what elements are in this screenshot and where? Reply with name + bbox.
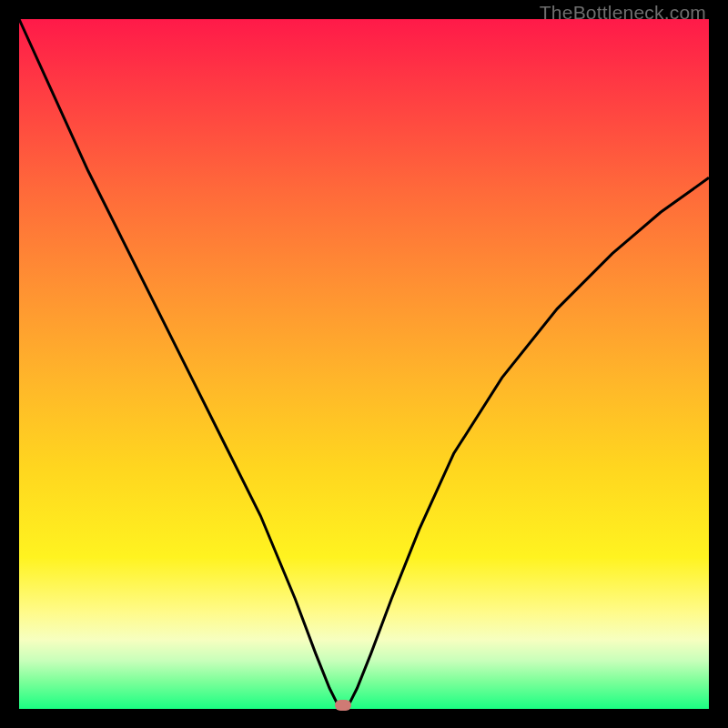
chart-frame: TheBottleneck.com [0, 0, 728, 728]
bottleneck-curve [19, 19, 709, 709]
minimum-marker [335, 700, 351, 711]
curve-path [19, 19, 709, 709]
watermark-text: TheBottleneck.com [540, 2, 706, 24]
